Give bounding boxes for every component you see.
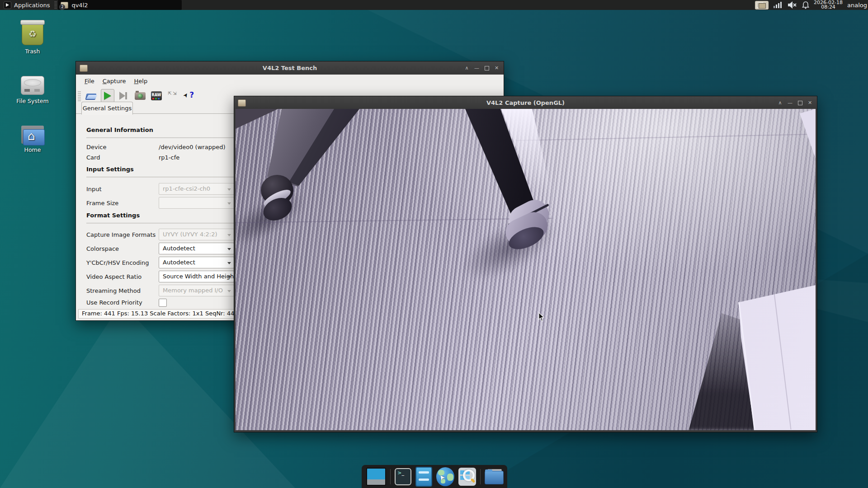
- top-panel: Applications 2 qv4l2: [0, 0, 868, 10]
- applications-icon: [4, 1, 11, 9]
- desktop-screen: Applications 2 qv4l2: [0, 0, 868, 488]
- chair-base-corner: [236, 109, 278, 129]
- chair-leg-left: [236, 109, 371, 199]
- capture-formats-label: Capture Image Formats: [86, 231, 156, 238]
- carpet-seam: [516, 134, 816, 141]
- dock-app-finder[interactable]: [458, 468, 476, 486]
- aspect-ratio-select[interactable]: Source Width and Height: [159, 271, 234, 282]
- dock-file-cabinet[interactable]: [415, 467, 432, 487]
- shade-button[interactable]: ∧: [463, 65, 470, 71]
- colorspace-select[interactable]: Autodetect: [159, 243, 234, 254]
- home-icon: [21, 126, 44, 144]
- volume-muted-icon[interactable]: [788, 1, 797, 9]
- trash-icon: [22, 23, 43, 45]
- menu-capture[interactable]: Capture: [99, 78, 130, 84]
- test-bench-titlebar[interactable]: V4L2 Test Bench ∧ — ✕: [76, 61, 504, 75]
- capture-formats-select[interactable]: UYVY (UYVY 4:2:2): [159, 229, 234, 240]
- save-raw-button[interactable]: RAW: [150, 89, 163, 103]
- menu-file[interactable]: File: [80, 78, 99, 84]
- desktop-icon-filesystem[interactable]: File System: [11, 72, 54, 104]
- open-icon: [86, 92, 97, 100]
- video-feed: [236, 109, 816, 430]
- close-button[interactable]: ✕: [807, 99, 813, 106]
- dock-separator: [390, 469, 391, 484]
- colorspace-label: Colorspace: [86, 245, 119, 252]
- desktop-icon-label: File System: [11, 98, 54, 104]
- panel-tray: 2026-02-18 08:24 analog: [755, 0, 868, 9]
- streaming-method-select[interactable]: Memory mapped I/O: [159, 285, 234, 296]
- aspect-ratio-label: Video Aspect Ratio: [86, 273, 142, 280]
- play-icon: [104, 92, 111, 100]
- panel-clock[interactable]: 2026-02-18 08:24: [814, 0, 843, 9]
- dock: >_: [362, 465, 507, 488]
- ycbcr-select[interactable]: Autodetect: [159, 257, 234, 268]
- dock-file-manager[interactable]: [485, 469, 503, 484]
- window-title: V4L2 Test Bench: [76, 65, 504, 71]
- screen-tool-tray-icon[interactable]: [755, 1, 769, 9]
- capture-window: V4L2 Capture (OpenGL) ∧ — ✕: [234, 96, 817, 432]
- mouse-cursor: [538, 312, 545, 322]
- network-signal-icon[interactable]: [773, 1, 783, 9]
- frame-size-label: Frame Size: [86, 200, 118, 206]
- record-priority-label: Use Record Priority: [86, 299, 142, 306]
- window-title: V4L2 Capture (OpenGL): [234, 99, 817, 106]
- section-format-settings: Format Settings: [86, 212, 140, 219]
- input-label: Input: [86, 186, 102, 192]
- clock-time: 08:24: [821, 5, 835, 9]
- desktop-icon-label: Home: [11, 146, 54, 153]
- frame-size-select[interactable]: [159, 197, 234, 209]
- snapshot-button[interactable]: [133, 89, 147, 103]
- applications-menu-button[interactable]: Applications: [0, 0, 53, 10]
- menubar: File Capture Help: [76, 75, 504, 88]
- minimize-button[interactable]: —: [473, 65, 480, 71]
- ycbcr-label: Y'CbCr/HSV Encoding: [86, 259, 149, 266]
- panel-handle: [54, 1, 57, 9]
- resize-window-button[interactable]: ⇱⇲: [166, 89, 179, 103]
- notifications-bell-icon[interactable]: [802, 1, 809, 9]
- minimize-button[interactable]: —: [787, 99, 793, 106]
- shade-button[interactable]: ∧: [777, 99, 783, 106]
- qv4l2-app-icon: 2: [61, 2, 68, 9]
- close-button[interactable]: ✕: [493, 65, 500, 71]
- section-general-information: General Information: [86, 127, 153, 133]
- desktop-icon-home[interactable]: Home: [11, 123, 54, 153]
- streaming-method-label: Streaming Method: [86, 287, 141, 294]
- help-pointer-icon: [184, 91, 194, 101]
- user-label: analog: [847, 2, 867, 9]
- maximize-button[interactable]: [797, 99, 803, 106]
- step-frame-button[interactable]: [117, 89, 131, 103]
- tab-general-settings[interactable]: General Settings: [81, 102, 133, 115]
- resize-arrows-icon: ⇱⇲: [168, 91, 178, 101]
- applications-label: Applications: [14, 2, 50, 9]
- card-label: Card: [86, 154, 100, 161]
- desktop-icon-label: Trash: [11, 48, 54, 55]
- taskbar-window-label: qv4l2: [71, 2, 88, 9]
- dock-web-browser[interactable]: [436, 467, 454, 486]
- maximize-button[interactable]: [483, 65, 490, 71]
- card-value: rp1-cfe: [159, 154, 179, 161]
- device-label: Device: [86, 144, 106, 150]
- whats-this-button[interactable]: [182, 89, 196, 103]
- raw-icon: RAW: [151, 91, 162, 100]
- qv4l2-badge: 2: [59, 4, 65, 10]
- menu-help[interactable]: Help: [130, 78, 151, 84]
- input-select[interactable]: rp1-cfe-csi2-ch0: [159, 183, 234, 195]
- open-file-button[interactable]: [85, 89, 98, 103]
- dock-terminal[interactable]: >_: [395, 468, 411, 485]
- start-capture-button[interactable]: [101, 89, 114, 103]
- device-value: /dev/video0 (wrapped): [159, 144, 225, 150]
- taskbar-window-button[interactable]: 2 qv4l2: [58, 0, 182, 10]
- section-input-settings: Input Settings: [86, 166, 134, 173]
- capture-titlebar[interactable]: V4L2 Capture (OpenGL) ∧ — ✕: [234, 96, 817, 109]
- step-forward-icon: [119, 92, 128, 100]
- filesystem-icon: [21, 76, 44, 95]
- dock-show-desktop[interactable]: [366, 468, 386, 486]
- record-priority-checkbox[interactable]: [159, 299, 167, 307]
- camera-icon: [135, 92, 146, 100]
- desktop-icon-trash[interactable]: Trash: [11, 23, 54, 55]
- toolbar-handle[interactable]: [78, 90, 81, 101]
- dock-separator: [480, 469, 481, 484]
